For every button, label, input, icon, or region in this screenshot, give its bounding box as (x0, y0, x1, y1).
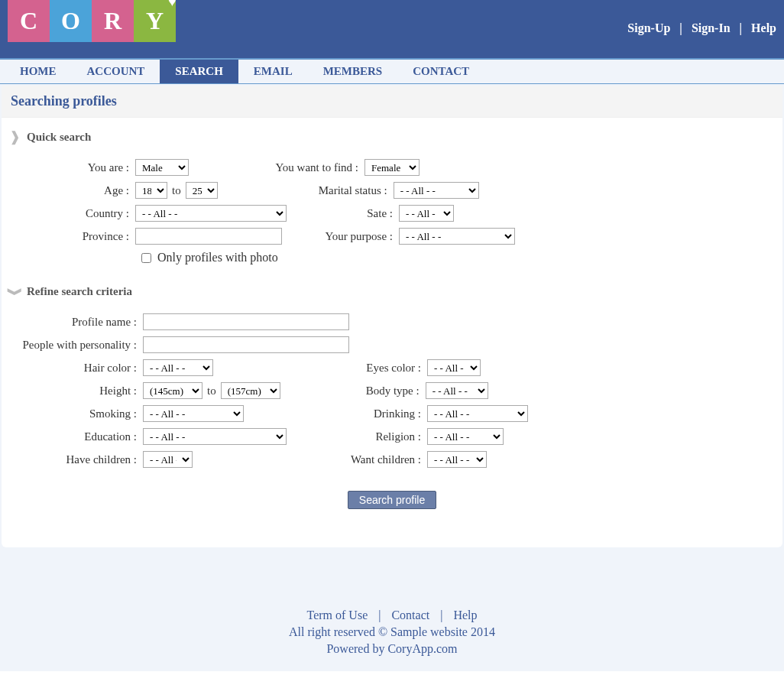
age-from-select[interactable]: 18 (135, 182, 167, 199)
quick-search-header: ❱ Quick search (2, 118, 782, 151)
you-are-select[interactable]: Male (135, 159, 189, 176)
heart-icon: ♥ (168, 0, 177, 10)
signup-link[interactable]: Sign-Up (627, 21, 670, 34)
nav-members[interactable]: MEMBERS (308, 60, 398, 83)
footer-terms-link[interactable]: Term of Use (306, 608, 368, 621)
height-to-select[interactable]: (157cm) (221, 382, 280, 399)
only-photo-label: Only profiles with photo (157, 251, 278, 264)
height-label: Height : (2, 385, 143, 398)
footer: Term of Use | Contact | Help All right r… (0, 570, 784, 671)
footer-contact-link[interactable]: Contact (391, 608, 429, 621)
separator: | (740, 21, 743, 34)
want-children-select[interactable]: - - All - - (427, 451, 487, 468)
separator: | (440, 608, 442, 621)
country-select[interactable]: - - All - - (135, 205, 287, 222)
religion-label: Religion : (290, 430, 427, 443)
purpose-select[interactable]: - - All - - (399, 228, 515, 245)
header: C O R Y ♥ Sign-Up | Sign-In | Help (0, 0, 784, 60)
age-to-text: to (172, 184, 181, 197)
footer-powered: Powered by CoryApp.com (0, 642, 784, 656)
page-body: Searching profiles ❱ Quick search You ar… (0, 84, 784, 570)
footer-help-link[interactable]: Help (453, 608, 477, 621)
personality-input[interactable] (143, 336, 349, 353)
marital-label: Marital status : (256, 184, 394, 197)
search-profile-button[interactable]: Search profile (348, 491, 436, 509)
logo-letter-c: C (8, 0, 50, 42)
province-label: Province : (2, 230, 135, 243)
height-from-select[interactable]: (145cm) (143, 382, 202, 399)
nav-search[interactable]: SEARCH (160, 60, 238, 83)
nav-home[interactable]: HOME (5, 60, 72, 83)
separator: | (679, 21, 682, 34)
have-children-label: Have children : (2, 453, 143, 466)
age-to-select[interactable]: 25 (186, 182, 218, 199)
state-label: Sate : (303, 207, 399, 220)
religion-select[interactable]: - - All - - (427, 428, 504, 445)
marital-select[interactable]: - - All - - (394, 182, 479, 199)
logo-letter-r: R (92, 0, 134, 42)
nav-contact[interactable]: CONTACT (397, 60, 484, 83)
body-type-label: Body type : (288, 385, 426, 398)
have-children-select[interactable]: - - All - - (143, 451, 193, 468)
only-photo-checkbox[interactable] (141, 253, 151, 263)
purpose-label: Your purpose : (303, 230, 399, 243)
nav-account[interactable]: ACCOUNT (72, 60, 160, 83)
footer-copyright: All right reserved © Sample website 2014 (0, 625, 784, 639)
refine-form: Profile name : People with personality :… (2, 306, 782, 517)
education-select[interactable]: - - All - - (143, 428, 287, 445)
eyes-color-select[interactable]: - - All - - (427, 359, 481, 376)
want-find-select[interactable]: Female (364, 159, 420, 176)
hair-color-label: Hair color : (2, 362, 143, 375)
help-link[interactable]: Help (751, 21, 776, 34)
quick-search-form: You are : Male You want to find : Female… (2, 151, 782, 272)
want-find-label: You want to find : (227, 161, 364, 174)
profile-name-input[interactable] (143, 313, 349, 330)
separator: | (378, 608, 381, 621)
state-select[interactable]: - - All - - (399, 205, 454, 222)
body-type-select[interactable]: - - All - - (426, 382, 488, 399)
chevron-down-icon: ❱ (7, 286, 24, 297)
education-label: Education : (2, 430, 143, 443)
content-panel: Searching profiles ❱ Quick search You ar… (2, 86, 782, 547)
drinking-select[interactable]: - - All - - (427, 405, 528, 422)
age-label: Age : (2, 184, 135, 197)
chevron-right-icon: ❱ (9, 128, 21, 145)
logo-letter-o: O (50, 0, 92, 42)
you-are-label: You are : (2, 161, 135, 174)
refine-title: Refine search criteria (27, 285, 132, 298)
signin-link[interactable]: Sign-In (692, 21, 731, 34)
province-input[interactable] (135, 228, 282, 245)
height-to-text: to (207, 385, 216, 398)
drinking-label: Drinking : (290, 407, 427, 420)
logo[interactable]: C O R Y ♥ (8, 0, 176, 42)
hair-color-select[interactable]: - - All - - (143, 359, 213, 376)
main-nav: HOME ACCOUNT SEARCH EMAIL MEMBERS CONTAC… (0, 60, 784, 84)
refine-header: ❱ Refine search criteria (2, 272, 782, 306)
profile-name-label: Profile name : (2, 316, 143, 329)
top-links: Sign-Up | Sign-In | Help (627, 21, 776, 35)
eyes-color-label: Eyes color : (290, 362, 427, 375)
smoking-select[interactable]: - - All - - (143, 405, 244, 422)
quick-search-title: Quick search (27, 131, 91, 144)
smoking-label: Smoking : (2, 407, 143, 420)
want-children-label: Want children : (290, 453, 427, 466)
page-title: Searching profiles (2, 86, 782, 118)
country-label: Country : (2, 207, 135, 220)
nav-email[interactable]: EMAIL (238, 60, 308, 83)
personality-label: People with personality : (2, 339, 143, 352)
